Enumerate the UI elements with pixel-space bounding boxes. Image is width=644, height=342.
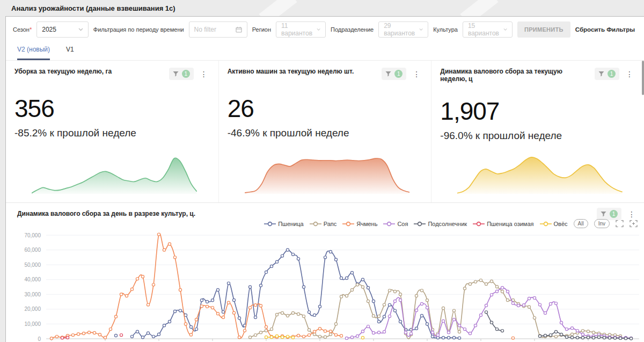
funnel-icon [173,71,179,77]
kpi-card-gross-harvest: Динамика валового сбора за текущую недел… [431,61,644,202]
version-tabs: V2 (новый) V1 [6,42,644,61]
culture-value: 15 вариантов [468,22,500,37]
legend-label: Подсолнечник [428,221,467,227]
season-select[interactable]: 2025 [36,21,89,38]
funnel-icon [385,71,391,77]
legend-item-1[interactable]: Пшеница [264,221,304,227]
zoom-select-icon[interactable] [616,220,624,228]
period-filter-input[interactable]: No filter [189,21,247,38]
legend-item-5[interactable]: Подсолнечник [414,221,467,227]
legend-item-3[interactable]: Ячмень [342,221,377,227]
legend-marker-icon [264,221,276,227]
legend-item-2[interactable]: Рапс [310,221,337,227]
card-title: Уборка за текущую неделю, га [14,68,112,75]
period-filter-label: Фильтрация по периоду времени [93,26,184,33]
kpi-value: 1,907 [440,97,635,126]
svg-text:70,000: 70,000 [24,232,41,238]
legend-inverse-button[interactable]: Inv [594,219,610,228]
culture-label: Культура [433,26,458,33]
division-select[interactable]: 29 вариантов [378,21,428,38]
legend-marker-icon [383,221,395,227]
legend-marker-icon [310,221,321,227]
kpi-delta: -85.2% к прошлой неделе [14,127,210,139]
legend-marker-icon [342,221,354,227]
tab-v2[interactable]: V2 (новый) [17,42,50,60]
svg-text:60,000: 60,000 [24,247,41,253]
kpi-card-harvest-area: Уборка за текущую неделю, га 1 ⋮ 356 -85… [6,61,219,202]
filter-indicator[interactable]: 1 [169,68,194,80]
scrollbar[interactable] [642,61,644,95]
filter-indicator[interactable]: 1 [595,68,619,80]
svg-text:10,000: 10,000 [24,321,41,327]
sparkline-chart [32,153,197,195]
sparkline-chart [457,153,623,195]
more-menu-icon[interactable]: ⋮ [411,69,422,79]
filter-count-badge: 1 [394,70,402,78]
filter-count-badge: 1 [608,70,616,78]
period-placeholder: No filter [194,26,216,33]
legend-item-7[interactable]: Овёс [540,221,568,227]
legend-label: Ячмень [356,221,377,227]
card-title: Активно машин за текущую неделю шт. [228,68,354,75]
apply-button[interactable]: ПРИМЕНИТЬ [517,21,570,38]
card-title: Динамика валового сбора за текущую недел… [440,68,590,83]
region-value: 11 вариантов [281,22,313,37]
kpi-cards-row: Уборка за текущую неделю, га 1 ⋮ 356 -85… [6,61,644,203]
svg-text:0: 0 [38,336,41,342]
chevron-down-icon [503,28,507,31]
division-value: 29 вариантов [384,22,416,37]
legend-label: Рапс [324,221,337,227]
season-label: Сезон* [13,26,32,33]
culture-select[interactable]: 15 вариантов [463,21,513,38]
legend-marker-icon [540,221,552,227]
filter-count-badge: 1 [182,70,190,78]
legend-label: Соя [397,221,408,227]
reset-filters-button[interactable]: Сбросить Фильтры [575,26,635,33]
filter-count-badge: 1 [610,210,618,218]
legend-item-4[interactable]: Соя [383,221,408,227]
kpi-delta: -46.9% к прошлой неделе [228,127,423,139]
reset-zoom-icon[interactable] [630,220,638,228]
legend-all-button[interactable]: All [574,219,588,228]
funnel-icon [601,211,606,217]
more-menu-icon[interactable]: ⋮ [198,69,210,79]
svg-text:50,000: 50,000 [24,262,41,268]
tab-v1[interactable]: V1 [66,42,74,60]
page-title: Анализ урожайности (данные взвешивания 1… [11,4,175,12]
kpi-card-active-machines: Активно машин за текущую неделю шт. 1 ⋮ … [219,61,432,202]
sparkline-chart [245,153,410,195]
kpi-value: 26 [228,94,423,123]
daily-harvest-chart-card: Динамика валового сбора за день в разрез… [6,203,644,342]
chevron-down-icon [78,28,83,31]
chevron-down-icon [419,28,423,31]
region-label: Регион [252,26,271,33]
chart-title: Динамика валового сбора за день в разрез… [17,210,195,217]
chart-legend: ПшеницаРапсЯчменьСояПодсолнечникПшеница … [264,219,638,228]
more-menu-icon[interactable]: ⋮ [624,69,635,79]
kpi-delta: -96.0% к прошлой неделе [440,130,635,142]
filter-indicator[interactable]: 1 [597,208,621,220]
filter-bar: Сезон* 2025 Фильтрация по периоду времен… [6,17,644,42]
chevron-down-icon [317,28,320,31]
legend-label: Пшеница [278,221,304,227]
legend-item-6[interactable]: Пшеница озимая [473,221,533,227]
legend-label: Пшеница озимая [487,221,533,227]
legend-marker-icon [414,221,426,227]
funnel-icon [598,71,604,77]
required-asterisk: * [30,26,32,33]
more-menu-icon[interactable]: ⋮ [626,209,638,219]
svg-text:30,000: 30,000 [24,292,41,297]
svg-text:20,000: 20,000 [24,306,41,312]
line-chart-plot[interactable]: 010,00020,00030,00040,00050,00060,00070,… [6,229,644,342]
division-label: Подразделение [331,26,374,33]
dashboard-panel: Сезон* 2025 Фильтрация по периоду времен… [5,16,644,342]
season-value: 2025 [42,26,56,33]
kpi-value: 356 [14,94,210,123]
svg-text:40,000: 40,000 [24,276,41,282]
legend-marker-icon [473,221,485,227]
legend-label: Овёс [554,221,568,227]
calendar-icon [236,26,242,33]
region-select[interactable]: 11 вариантов [276,21,326,38]
filter-indicator[interactable]: 1 [382,68,406,80]
